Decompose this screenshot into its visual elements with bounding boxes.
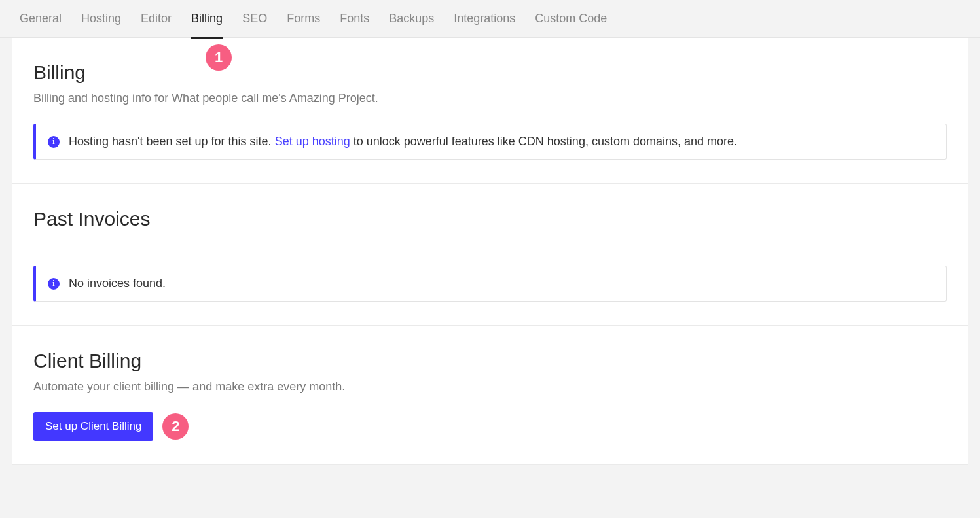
set-up-client-billing-button[interactable]: Set up Client Billing (33, 412, 153, 441)
tab-forms[interactable]: Forms (287, 0, 320, 38)
tab-backups[interactable]: Backups (389, 0, 434, 38)
tab-general[interactable]: General (20, 0, 62, 38)
tab-integrations[interactable]: Integrations (454, 0, 515, 38)
annotation-marker-2: 2 (162, 413, 189, 440)
client-billing-title: Client Billing (33, 350, 947, 372)
past-invoices-panel: Past Invoices i No invoices found. (12, 184, 968, 326)
billing-title: Billing (33, 61, 947, 84)
tab-editor[interactable]: Editor (141, 0, 172, 38)
tab-fonts[interactable]: Fonts (340, 0, 369, 38)
info-icon: i (48, 136, 60, 148)
billing-panel: Billing Billing and hosting info for Wha… (12, 38, 968, 184)
hosting-info-text: Hosting hasn't been set up for this site… (69, 135, 737, 148)
hosting-info-pre: Hosting hasn't been set up for this site… (69, 135, 275, 148)
tab-hosting[interactable]: Hosting (81, 0, 121, 38)
past-invoices-title: Past Invoices (33, 208, 947, 230)
hosting-info-box: i Hosting hasn't been set up for this si… (33, 124, 947, 160)
no-invoices-text: No invoices found. (69, 277, 166, 290)
client-billing-subtitle: Automate your client billing — and make … (33, 380, 947, 394)
hosting-info-post: to unlock powerful features like CDN hos… (350, 135, 737, 148)
tab-seo[interactable]: SEO (242, 0, 267, 38)
settings-tabs: General Hosting Editor Billing SEO Forms… (0, 0, 980, 38)
annotation-marker-1: 1 (206, 44, 232, 71)
client-billing-panel: Client Billing Automate your client bill… (12, 326, 968, 465)
tab-custom-code[interactable]: Custom Code (535, 0, 607, 38)
tab-billing[interactable]: Billing (191, 0, 223, 38)
info-icon: i (48, 278, 60, 290)
set-up-hosting-link[interactable]: Set up hosting (275, 135, 350, 148)
billing-subtitle: Billing and hosting info for What people… (33, 92, 947, 105)
invoices-info-box: i No invoices found. (33, 266, 947, 302)
